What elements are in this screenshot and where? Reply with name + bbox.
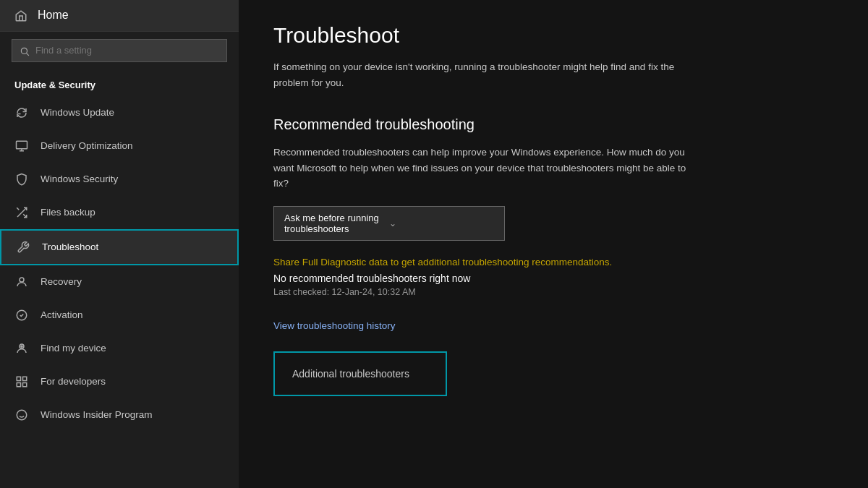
sidebar-item-label: Activation: [41, 309, 83, 320]
sidebar-item-label: For developers: [41, 376, 106, 387]
sidebar-section-label: Update & Security: [0, 69, 239, 96]
for-developers-icon: [14, 374, 29, 389]
svg-rect-2: [17, 141, 27, 149]
recommended-section-title: Recommended troubleshooting: [273, 116, 833, 133]
sidebar-item-troubleshoot[interactable]: Troubleshoot: [0, 229, 239, 265]
view-history-link[interactable]: View troubleshooting history: [273, 320, 833, 331]
troubleshoot-icon: [16, 240, 30, 254]
search-input[interactable]: [35, 45, 219, 56]
svg-point-7: [20, 278, 24, 282]
sidebar-item-delivery-optimization[interactable]: Delivery Optimization: [0, 129, 239, 163]
last-checked-text: Last checked: 12-Jan-24, 10:32 AM: [273, 287, 833, 297]
chevron-down-icon: ⌄: [389, 218, 494, 228]
windows-insider-icon: [14, 408, 29, 422]
sidebar-item-label: Recovery: [41, 276, 82, 287]
sidebar-item-label: Windows Update: [41, 107, 114, 118]
sidebar-item-home[interactable]: Home: [0, 0, 239, 32]
sidebar-item-label: Find my device: [41, 343, 106, 354]
files-backup-icon: [14, 205, 29, 220]
svg-point-15: [17, 410, 27, 420]
recovery-icon: [14, 275, 29, 289]
sidebar-item-windows-insider[interactable]: Windows Insider Program: [0, 398, 239, 432]
sidebar-item-recovery[interactable]: Recovery: [0, 265, 239, 299]
sidebar-item-label: Troubleshoot: [42, 241, 98, 252]
diagnostic-data-link[interactable]: Share Full Diagnostic data to get additi…: [273, 255, 664, 270]
svg-rect-13: [23, 382, 27, 386]
recommended-description: Recommended troubleshooters can help imp…: [273, 145, 693, 192]
svg-point-10: [21, 346, 22, 347]
sidebar-item-windows-security[interactable]: Windows Security: [0, 163, 239, 196]
sidebar-item-activation[interactable]: Activation: [0, 299, 239, 332]
sidebar-item-label: Windows Security: [41, 174, 118, 184]
dropdown-value: Ask me before running troubleshooters: [284, 213, 389, 234]
windows-update-icon: [14, 106, 29, 120]
no-troubleshooters-text: No recommended troubleshooters right now: [273, 273, 833, 284]
windows-security-icon: [14, 172, 29, 187]
svg-rect-12: [23, 377, 27, 380]
additional-troubleshooters-button[interactable]: Additional troubleshooters: [273, 351, 447, 396]
sidebar-item-label: Files backup: [41, 207, 95, 218]
sidebar-item-files-backup[interactable]: Files backup: [0, 196, 239, 229]
svg-point-0: [21, 48, 27, 53]
sidebar-item-label: Delivery Optimization: [41, 140, 133, 151]
delivery-optimization-icon: [14, 139, 29, 153]
svg-line-1: [27, 53, 29, 55]
svg-rect-14: [17, 382, 20, 386]
home-icon: [14, 9, 27, 22]
sidebar-item-label: Windows Insider Program: [41, 409, 153, 420]
troubleshooter-preference-dropdown[interactable]: Ask me before running troubleshooters ⌄: [273, 206, 505, 241]
svg-rect-11: [17, 377, 20, 380]
activation-icon: [14, 308, 29, 322]
page-title: Troubleshoot: [273, 23, 833, 48]
main-content: Troubleshoot If something on your device…: [239, 0, 868, 488]
sidebar: Home Update & Security Windows Update: [0, 0, 239, 488]
search-box[interactable]: [12, 39, 227, 62]
page-description: If something on your device isn't workin…: [273, 59, 707, 90]
sidebar-item-find-my-device[interactable]: Find my device: [0, 332, 239, 365]
sidebar-item-windows-update[interactable]: Windows Update: [0, 96, 239, 129]
additional-troubleshooters-label: Additional troubleshooters: [292, 368, 409, 380]
sidebar-home-label: Home: [38, 9, 69, 22]
find-my-device-icon: [14, 341, 29, 356]
search-icon: [20, 44, 30, 57]
sidebar-item-for-developers[interactable]: For developers: [0, 365, 239, 398]
